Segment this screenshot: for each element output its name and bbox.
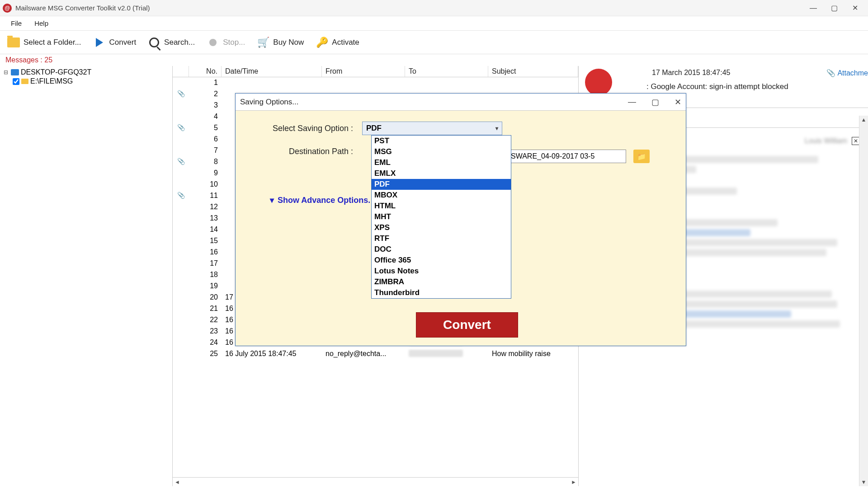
activate-label: Activate — [332, 38, 359, 47]
preview-scrollbar[interactable]: ▲ ▼ — [859, 116, 868, 486]
col-datetime[interactable]: Date/Time — [222, 66, 322, 77]
table-row[interactable]: 2516 July 2015 18:47:45no_reply@techta..… — [173, 348, 578, 360]
from-cell: no_reply@techta... — [322, 348, 405, 359]
tree-child[interactable]: E:\FILE\MSG — [3, 77, 170, 86]
search-button[interactable]: Search... — [143, 34, 199, 51]
scroll-right-icon[interactable]: ► — [571, 479, 576, 485]
no-cell: 11 — [189, 190, 222, 201]
convert-button[interactable]: Convert — [416, 312, 518, 338]
search-label: Search... — [164, 38, 195, 47]
subject-cell: How mobility raise — [488, 348, 578, 359]
no-cell: 7 — [189, 145, 222, 156]
paperclip-icon: 📎 — [826, 69, 835, 77]
dropdown-option[interactable]: DOC — [372, 244, 511, 255]
attachment-cell — [173, 77, 189, 88]
close-button[interactable]: ✕ — [844, 1, 865, 15]
no-cell: 12 — [189, 202, 222, 212]
no-cell: 25 — [189, 348, 222, 359]
maximize-button[interactable]: ▢ — [824, 1, 844, 15]
select-saving-label: Select Saving Option : — [249, 124, 353, 133]
tree-root[interactable]: ⊟ DESKTOP-GFGQ32T — [3, 68, 170, 77]
dropdown-option[interactable]: HTML — [372, 201, 511, 211]
attachment-cell — [173, 303, 189, 314]
datetime-cell: 16 July 2015 18:47:45 — [222, 348, 322, 359]
select-folder-label: Select a Folder... — [24, 38, 81, 47]
preview-date: 17 March 2015 18:47:45 — [584, 69, 863, 77]
tree-checkbox[interactable] — [13, 78, 19, 85]
stop-icon — [207, 36, 219, 49]
grid-horizontal-scrollbar[interactable]: ◄ ► — [173, 477, 578, 486]
dropdown-option[interactable]: Lotus Notes — [372, 266, 511, 277]
buy-now-button[interactable]: 🛒 Buy Now — [252, 34, 308, 51]
attachment-cell — [173, 269, 189, 280]
dialog-close-button[interactable]: ✕ — [675, 97, 681, 107]
col-no[interactable]: No. — [189, 66, 222, 77]
destination-path-label: Destination Path : — [249, 147, 353, 156]
key-icon: 🔑 — [316, 36, 328, 49]
col-subject[interactable]: Subject — [488, 66, 578, 77]
from-cell — [322, 77, 405, 88]
scroll-left-icon[interactable]: ◄ — [175, 479, 180, 485]
attachment-cell — [173, 168, 189, 178]
dropdown-option[interactable]: EMLX — [372, 168, 511, 179]
saving-option-select[interactable]: PDF ▾ — [362, 122, 502, 135]
col-to[interactable]: To — [405, 66, 488, 77]
col-from[interactable]: From — [322, 66, 405, 77]
menu-help[interactable]: Help — [28, 18, 55, 29]
no-cell: 9 — [189, 168, 222, 178]
dropdown-option[interactable]: PDF — [372, 179, 511, 190]
folder-open-icon: 📁 — [637, 152, 646, 161]
dialog-title: Saving Options... — [240, 98, 298, 107]
dropdown-option[interactable]: ZIMBRA — [372, 277, 511, 287]
attachment-cell — [173, 235, 189, 246]
dropdown-option[interactable]: XPS — [372, 222, 511, 233]
attachment-cell — [173, 179, 189, 190]
dialog-maximize-button[interactable]: ▢ — [651, 97, 659, 107]
scroll-up-icon[interactable]: ▲ — [860, 116, 868, 124]
dialog-title-bar[interactable]: Saving Options... — ▢ ✕ — [236, 94, 686, 111]
dropdown-option[interactable]: EML — [372, 157, 511, 168]
no-cell: 18 — [189, 269, 222, 280]
attachment-cell — [173, 100, 189, 111]
saving-option-dropdown[interactable]: PSTMSGEMLEMLXPDFMBOXHTMLMHTXPSRTFDOCOffi… — [371, 135, 511, 299]
table-row[interactable]: 1 — [173, 77, 578, 89]
attach-label: Attachme — [837, 69, 868, 77]
destination-path-value: SWARE_04-09-2017 03-5 — [511, 152, 594, 160]
menu-file[interactable]: File — [5, 18, 28, 29]
grid-header: No. Date/Time From To Subject — [173, 66, 578, 77]
col-attachment[interactable] — [173, 66, 189, 77]
activate-button[interactable]: 🔑 Activate — [311, 34, 363, 51]
convert-toolbar-button[interactable]: Convert — [89, 34, 141, 51]
computer-icon — [11, 69, 19, 75]
folder-icon — [7, 36, 20, 49]
attachment-cell — [173, 337, 189, 348]
no-cell: 15 — [189, 235, 222, 246]
dropdown-option[interactable]: Office 365 — [372, 255, 511, 266]
collapse-icon[interactable]: ⊟ — [3, 69, 9, 75]
dropdown-option[interactable]: MBOX — [372, 190, 511, 201]
destination-path-input[interactable]: SWARE_04-09-2017 03-5 — [508, 150, 626, 163]
no-cell: 17 — [189, 258, 222, 269]
no-cell: 23 — [189, 326, 222, 337]
dialog-minimize-button[interactable]: — — [628, 97, 636, 107]
dropdown-option[interactable]: MSG — [372, 146, 511, 157]
app-icon: @ — [3, 4, 12, 13]
no-cell: 8 — [189, 156, 222, 167]
dropdown-option[interactable]: RTF — [372, 233, 511, 244]
attachment-cell: 📎 — [173, 190, 189, 201]
attachment-cell — [173, 292, 189, 303]
dropdown-option[interactable]: MHT — [372, 211, 511, 222]
toolbar: Select a Folder... Convert Search... Sto… — [0, 31, 868, 54]
no-cell: 4 — [189, 111, 222, 122]
no-cell: 14 — [189, 224, 222, 235]
dropdown-option[interactable]: PST — [372, 136, 511, 146]
browse-folder-button[interactable]: 📁 — [633, 150, 650, 163]
minimize-button[interactable]: — — [803, 1, 824, 15]
show-advance-options-toggle[interactable]: ▾ Show Advance Options. — [270, 195, 370, 205]
select-folder-button[interactable]: Select a Folder... — [3, 34, 86, 51]
attachment-cell — [173, 111, 189, 122]
no-cell: 19 — [189, 281, 222, 291]
attachments-link[interactable]: 📎 Attachme — [826, 69, 868, 77]
scroll-down-icon[interactable]: ▼ — [860, 478, 868, 486]
dropdown-option[interactable]: Thunderbird — [372, 287, 511, 298]
